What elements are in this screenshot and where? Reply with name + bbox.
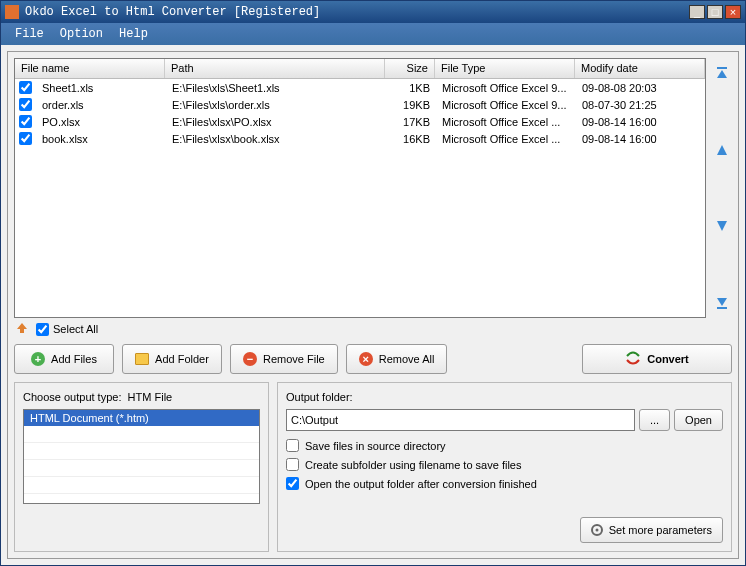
save-source-checkbox[interactable] bbox=[286, 439, 299, 452]
cell-path: E:\Files\xlsx\book.xlsx bbox=[166, 132, 386, 146]
close-button[interactable]: × bbox=[725, 5, 741, 19]
cell-path: E:\Files\xlsx\PO.xlsx bbox=[166, 115, 386, 129]
open-after-label: Open the output folder after conversion … bbox=[305, 478, 537, 490]
app-icon bbox=[5, 5, 19, 19]
output-type-panel: Choose output type: HTM File HTML Docume… bbox=[14, 382, 269, 552]
col-type[interactable]: File Type bbox=[435, 59, 575, 78]
output-type-label: Choose output type: HTM File bbox=[23, 391, 260, 403]
opt-save-source: Save files in source directory bbox=[286, 439, 723, 452]
col-filename[interactable]: File name bbox=[15, 59, 165, 78]
move-up-button[interactable] bbox=[713, 141, 731, 159]
cell-path: E:\Files\xls\order.xls bbox=[166, 98, 386, 112]
button-row: + Add Files Add Folder − Remove File × R… bbox=[14, 340, 732, 378]
open-after-checkbox[interactable] bbox=[286, 477, 299, 490]
row-checkbox[interactable] bbox=[19, 115, 32, 128]
col-date[interactable]: Modify date bbox=[575, 59, 705, 78]
output-folder-label: Output folder: bbox=[286, 391, 723, 403]
remove-file-button[interactable]: − Remove File bbox=[230, 344, 338, 374]
svg-marker-4 bbox=[717, 298, 727, 306]
cell-size: 17KB bbox=[386, 115, 436, 129]
cell-name: book.xlsx bbox=[36, 132, 166, 146]
cell-path: E:\Files\xls\Sheet1.xls bbox=[166, 81, 386, 95]
move-down-button[interactable] bbox=[713, 217, 731, 235]
cell-name: Sheet1.xls bbox=[36, 81, 166, 95]
cell-type: Microsoft Office Excel 9... bbox=[436, 81, 576, 95]
content: File name Path Size File Type Modify dat… bbox=[1, 45, 745, 565]
output-folder-panel: Output folder: ... Open Save files in so… bbox=[277, 382, 732, 552]
cell-type: Microsoft Office Excel ... bbox=[436, 132, 576, 146]
cell-date: 08-07-30 21:25 bbox=[576, 98, 705, 112]
row-checkbox[interactable] bbox=[19, 81, 32, 94]
btn-label: Add Folder bbox=[155, 353, 209, 365]
output-type-list[interactable]: HTML Document (*.htm) bbox=[23, 409, 260, 504]
cell-name: PO.xlsx bbox=[36, 115, 166, 129]
remove-all-button[interactable]: × Remove All bbox=[346, 344, 448, 374]
add-folder-button[interactable]: Add Folder bbox=[122, 344, 222, 374]
x-icon: × bbox=[359, 352, 373, 366]
col-path[interactable]: Path bbox=[165, 59, 385, 78]
gear-icon bbox=[591, 524, 603, 536]
menu-help[interactable]: Help bbox=[111, 25, 156, 43]
row-checkbox[interactable] bbox=[19, 132, 32, 145]
add-files-button[interactable]: + Add Files bbox=[14, 344, 114, 374]
browse-button[interactable]: ... bbox=[639, 409, 670, 431]
row-checkbox[interactable] bbox=[19, 98, 32, 111]
table-row[interactable]: Sheet1.xls E:\Files\xls\Sheet1.xls 1KB M… bbox=[15, 79, 705, 96]
menu-option[interactable]: Option bbox=[52, 25, 111, 43]
convert-button[interactable]: Convert bbox=[582, 344, 732, 374]
svg-marker-6 bbox=[17, 323, 27, 333]
up-folder-icon[interactable] bbox=[16, 322, 30, 336]
table-row[interactable]: book.xlsx E:\Files\xlsx\book.xlsx 16KB M… bbox=[15, 130, 705, 147]
convert-icon bbox=[625, 351, 641, 367]
output-folder-input[interactable] bbox=[286, 409, 635, 431]
open-button[interactable]: Open bbox=[674, 409, 723, 431]
main-window: Okdo Excel to Html Converter [Registered… bbox=[0, 0, 746, 566]
svg-marker-3 bbox=[717, 221, 727, 231]
cell-type: Microsoft Office Excel ... bbox=[436, 115, 576, 129]
minus-icon: − bbox=[243, 352, 257, 366]
svg-marker-2 bbox=[717, 145, 727, 155]
svg-rect-5 bbox=[717, 307, 727, 309]
table-row[interactable]: order.xls E:\Files\xls\order.xls 19KB Mi… bbox=[15, 96, 705, 113]
list-rows: Sheet1.xls E:\Files\xls\Sheet1.xls 1KB M… bbox=[15, 79, 705, 147]
move-top-button[interactable] bbox=[713, 64, 731, 82]
cell-date: 09-08-14 16:00 bbox=[576, 115, 705, 129]
folder-icon bbox=[135, 353, 149, 365]
btn-label: Convert bbox=[647, 353, 689, 365]
col-size[interactable]: Size bbox=[385, 59, 435, 78]
file-list[interactable]: File name Path Size File Type Modify dat… bbox=[14, 58, 706, 318]
set-more-parameters-button[interactable]: Set more parameters bbox=[580, 517, 723, 543]
select-all-row: Select All bbox=[14, 318, 732, 340]
titlebar: Okdo Excel to Html Converter [Registered… bbox=[1, 1, 745, 23]
window-title: Okdo Excel to Html Converter [Registered… bbox=[25, 5, 687, 19]
minimize-button[interactable]: _ bbox=[689, 5, 705, 19]
btn-label: Add Files bbox=[51, 353, 97, 365]
cell-date: 09-08-14 16:00 bbox=[576, 132, 705, 146]
output-type-value: HTM File bbox=[128, 391, 173, 403]
svg-marker-1 bbox=[717, 70, 727, 78]
create-sub-checkbox[interactable] bbox=[286, 458, 299, 471]
frame: File name Path Size File Type Modify dat… bbox=[7, 51, 739, 559]
side-arrows bbox=[706, 58, 732, 318]
create-sub-label: Create subfolder using filename to save … bbox=[305, 459, 521, 471]
maximize-button[interactable]: □ bbox=[707, 5, 723, 19]
plus-icon: + bbox=[31, 352, 45, 366]
select-all-label: Select All bbox=[53, 323, 98, 335]
opt-create-sub: Create subfolder using filename to save … bbox=[286, 458, 723, 471]
output-type-option[interactable]: HTML Document (*.htm) bbox=[24, 410, 259, 426]
menubar: File Option Help bbox=[1, 23, 745, 45]
btn-label: Remove File bbox=[263, 353, 325, 365]
output-folder-row: ... Open bbox=[286, 409, 723, 431]
save-source-label: Save files in source directory bbox=[305, 440, 446, 452]
list-header: File name Path Size File Type Modify dat… bbox=[15, 59, 705, 79]
lower-panels: Choose output type: HTM File HTML Docume… bbox=[14, 382, 732, 552]
cell-size: 16KB bbox=[386, 132, 436, 146]
opt-open-after: Open the output folder after conversion … bbox=[286, 477, 723, 490]
menu-file[interactable]: File bbox=[7, 25, 52, 43]
svg-point-8 bbox=[595, 529, 598, 532]
set-more-label: Set more parameters bbox=[609, 524, 712, 536]
cell-name: order.xls bbox=[36, 98, 166, 112]
select-all-checkbox[interactable] bbox=[36, 323, 49, 336]
move-bottom-button[interactable] bbox=[713, 294, 731, 312]
table-row[interactable]: PO.xlsx E:\Files\xlsx\PO.xlsx 17KB Micro… bbox=[15, 113, 705, 130]
